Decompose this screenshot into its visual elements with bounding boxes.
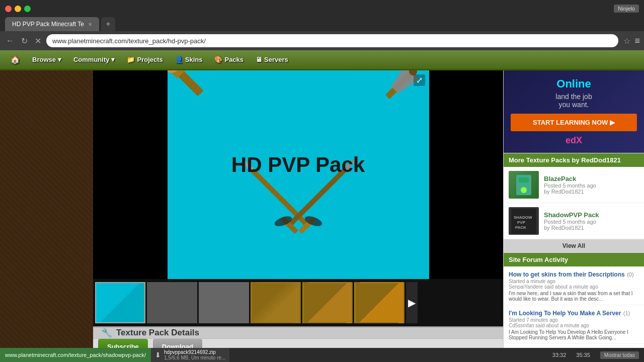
nav-skins[interactable]: 👤 Skins <box>170 53 208 66</box>
nav-projects[interactable]: 📁 Projects <box>122 53 168 66</box>
nav-servers-label: Servers <box>264 56 288 63</box>
thumbnail-6[interactable] <box>354 282 405 323</box>
tab-close-button[interactable]: ✕ <box>88 22 92 27</box>
address-text: www.planetminecraft.com/texture_pack/hd-… <box>52 37 206 45</box>
back-button[interactable]: ← <box>4 35 16 46</box>
shadow-pack-icon: SHADOW PVP PACK <box>511 209 536 234</box>
main-image-area: HD PVP Pack ⤢ <box>93 70 503 279</box>
expand-button[interactable]: ⤢ <box>414 74 425 86</box>
thumbnail-3[interactable] <box>199 282 249 323</box>
nav-projects-label: Projects <box>137 56 163 63</box>
status-bar: www.planetminecraft.com/texture_pack/sha… <box>0 348 644 362</box>
nav-browse[interactable]: Browse ▾ <box>27 53 66 66</box>
title-bar: Ninjelo <box>0 0 644 17</box>
maximize-window-button[interactable] <box>24 6 31 12</box>
status-url-text: www.planetminecraft.com/texture_pack/sha… <box>5 352 146 358</box>
address-bar[interactable]: www.planetminecraft.com/texture_pack/hd-… <box>46 34 618 47</box>
projects-icon: 📁 <box>127 56 135 63</box>
nav-packs-label: Packs <box>224 56 244 63</box>
shadowpvp-name[interactable]: ShadowPVP Pack <box>544 211 639 219</box>
forum-preview-2: I Am Looking To Help You Develop A Hello… <box>509 329 639 340</box>
dl-progress: 1,5/6,6 MB, Um minuto re... <box>164 355 225 360</box>
chevron-down-icon: ▾ <box>58 56 61 63</box>
forum-preview-1: I'm new here, and I saw a skin that was … <box>509 291 639 302</box>
nav-home[interactable]: 🏠 <box>5 52 25 67</box>
tab-bar: HD PVP Pack Minecraft Te ✕ + <box>0 17 644 31</box>
forum-title-2[interactable]: I'm Looking To Help You Make A Server <box>509 310 621 317</box>
bookmark-button[interactable]: ☆ <box>623 36 630 46</box>
show-all-button[interactable]: Mostrar todas <box>600 351 639 359</box>
pack-item-blazepack[interactable]: BlazePack Posted 5 months ago by RedDod1… <box>504 167 644 203</box>
forum-badge-2: (1) <box>623 310 630 316</box>
status-right: 33:32 35:35 Mostrar todas <box>552 351 644 359</box>
packs-icon: 🎨 <box>214 56 222 63</box>
nav-community[interactable]: Community ▾ <box>68 53 120 66</box>
status-url: www.planetminecraft.com/texture_pack/sha… <box>0 348 151 362</box>
texture-pack-details-bar: 🔧 Texture Pack Details <box>93 326 503 338</box>
thumbnail-2[interactable] <box>147 282 197 323</box>
svg-text:PVP: PVP <box>517 220 526 225</box>
center-content: HD PVP Pack ⤢ ▶ 🔧 Texture Pack Details S… <box>93 70 503 348</box>
window-controls[interactable] <box>5 6 31 12</box>
minimize-window-button[interactable] <box>15 6 21 12</box>
active-tab[interactable]: HD PVP Pack Minecraft Te ✕ <box>5 17 99 31</box>
forum-item-3: How long does it take to get to lvl 30? … <box>504 344 644 348</box>
blazepack-name[interactable]: BlazePack <box>544 175 639 183</box>
thumbnail-4[interactable] <box>251 282 301 323</box>
dl-filename: hdpvppack9214692.zip <box>164 349 225 355</box>
wrench-icon: 🔧 <box>101 327 112 338</box>
download-info: hdpvppack9214692.zip 1,5/6,6 MB, Um minu… <box>164 349 225 360</box>
svg-rect-15 <box>519 177 529 183</box>
details-bar-title: Texture Pack Details <box>116 328 199 338</box>
download-icon: ⬇ <box>155 351 161 359</box>
blazepack-info: BlazePack Posted 5 months ago by RedDod1… <box>544 175 639 195</box>
new-tab-button[interactable]: + <box>101 17 115 31</box>
reload-button[interactable]: ↻ <box>19 35 30 47</box>
close-window-button[interactable] <box>5 6 12 12</box>
thumbnail-strip: ▶ <box>93 279 503 326</box>
thumbnail-1[interactable] <box>95 282 145 323</box>
nav-community-label: Community <box>73 56 110 63</box>
more-packs-section: More Texture Packs by RedDod1821 BlazePa… <box>504 153 644 252</box>
blazepack-thumbnail <box>509 171 539 199</box>
stop-button[interactable]: ✕ <box>33 35 43 47</box>
shadowpvp-posted: Posted 5 months ago <box>544 219 639 225</box>
view-all-packs-button[interactable]: View All <box>504 239 644 252</box>
time-right: 35:35 <box>576 352 590 358</box>
svg-point-16 <box>521 187 527 193</box>
forum-title-1[interactable]: How to get skins from their Descriptions <box>509 271 625 278</box>
time-left: 33:32 <box>552 352 567 358</box>
forum-user-1: SenpaiYandere said about a minute ago <box>509 284 639 290</box>
ad-cta-button[interactable]: START LEARNING NOW ▶ <box>511 114 637 131</box>
forum-item-1: How to get skins from their Descriptions… <box>504 266 644 305</box>
ad-headline: Online <box>511 77 637 90</box>
ad-subtext: land the job you want. <box>511 93 637 109</box>
home-icon: 🏠 <box>10 55 20 64</box>
chevron-down-icon: ▾ <box>111 56 115 63</box>
svg-text:PACK: PACK <box>515 225 526 230</box>
tab-title: HD PVP Pack Minecraft Te <box>12 21 84 28</box>
forum-user-2: Cd5ssmfan said about a minute ago <box>509 323 639 328</box>
thumbnail-5[interactable] <box>302 282 353 323</box>
edx-logo: edX <box>511 135 637 146</box>
site-navigation: 🏠 Browse ▾ Community ▾ 📁 Projects 👤 Skin… <box>0 50 644 70</box>
pack-title: HD PVP Pack <box>231 153 365 177</box>
pack-item-shadowpvp[interactable]: SHADOW PVP PACK ShadowPVP Pack Posted 5 … <box>504 203 644 239</box>
shadowpvp-thumbnail: SHADOW PVP PACK <box>509 207 539 235</box>
forum-meta-1: Started a minute ago <box>509 279 639 284</box>
skins-icon: 👤 <box>175 56 183 63</box>
forum-activity-section: Site Forum Activity How to get skins fro… <box>504 252 644 348</box>
nav-servers[interactable]: 🖥 Servers <box>251 53 293 66</box>
nav-packs[interactable]: 🎨 Packs <box>209 53 249 66</box>
left-sidebar <box>0 70 93 362</box>
svg-text:SHADOW: SHADOW <box>514 215 532 220</box>
more-packs-header: More Texture Packs by RedDod1821 <box>504 153 644 167</box>
forum-meta-2: Started 7 minutes ago <box>509 317 639 323</box>
user-badge: Ninjelo <box>614 5 639 13</box>
servers-icon: 🖥 <box>256 56 262 63</box>
menu-button[interactable]: ≡ <box>634 36 640 46</box>
shadowpvp-info: ShadowPVP Pack Posted 5 months ago by Re… <box>544 211 639 231</box>
nav-skins-label: Skins <box>185 56 203 63</box>
thumbnail-next-button[interactable]: ▶ <box>406 282 418 323</box>
blaze-pack-icon <box>511 172 536 198</box>
